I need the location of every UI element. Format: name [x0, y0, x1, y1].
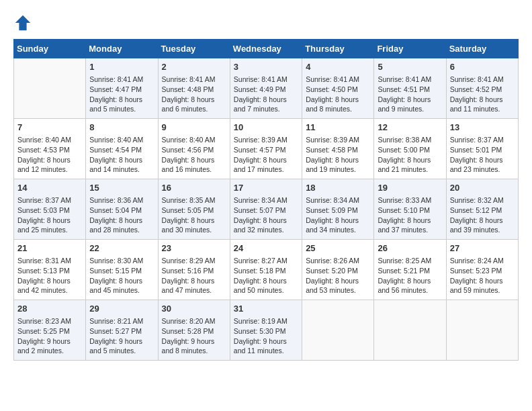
page-header	[13, 13, 519, 32]
day-number: 8	[89, 122, 154, 134]
day-info: Sunrise: 8:41 AM Sunset: 4:47 PM Dayligh…	[89, 75, 154, 114]
day-number: 22	[89, 242, 154, 255]
calendar-cell: 18Sunrise: 8:34 AM Sunset: 5:09 PM Dayli…	[302, 179, 374, 240]
calendar-cell: 31Sunrise: 8:19 AM Sunset: 5:30 PM Dayli…	[230, 300, 302, 361]
day-info: Sunrise: 8:37 AM Sunset: 5:03 PM Dayligh…	[17, 195, 82, 235]
day-info: Sunrise: 8:35 AM Sunset: 5:05 PM Dayligh…	[162, 195, 226, 235]
calendar-week-1: 1Sunrise: 8:41 AM Sunset: 4:47 PM Daylig…	[14, 58, 519, 119]
day-number: 28	[17, 303, 82, 315]
calendar-cell: 27Sunrise: 8:24 AM Sunset: 5:23 PM Dayli…	[446, 240, 518, 300]
day-header-saturday: Saturday	[446, 40, 518, 58]
day-info: Sunrise: 8:30 AM Sunset: 5:15 PM Dayligh…	[89, 256, 154, 295]
calendar-cell: 8Sunrise: 8:40 AM Sunset: 4:54 PM Daylig…	[86, 119, 158, 179]
day-number: 31	[234, 303, 298, 315]
calendar-week-5: 28Sunrise: 8:23 AM Sunset: 5:25 PM Dayli…	[14, 300, 519, 361]
calendar-cell: 4Sunrise: 8:41 AM Sunset: 4:50 PM Daylig…	[302, 58, 374, 119]
day-info: Sunrise: 8:34 AM Sunset: 5:07 PM Dayligh…	[234, 195, 298, 235]
day-number: 17	[234, 182, 298, 194]
calendar-cell: 12Sunrise: 8:38 AM Sunset: 5:00 PM Dayli…	[374, 119, 446, 179]
day-info: Sunrise: 8:39 AM Sunset: 4:57 PM Dayligh…	[234, 135, 298, 175]
calendar-cell: 15Sunrise: 8:36 AM Sunset: 5:04 PM Dayli…	[86, 179, 158, 240]
day-info: Sunrise: 8:20 AM Sunset: 5:28 PM Dayligh…	[162, 316, 226, 356]
calendar-cell: 16Sunrise: 8:35 AM Sunset: 5:05 PM Dayli…	[158, 179, 230, 240]
day-number: 21	[17, 242, 82, 255]
day-info: Sunrise: 8:41 AM Sunset: 4:49 PM Dayligh…	[234, 75, 298, 114]
day-info: Sunrise: 8:40 AM Sunset: 4:56 PM Dayligh…	[162, 135, 226, 175]
calendar-cell: 9Sunrise: 8:40 AM Sunset: 4:56 PM Daylig…	[158, 119, 230, 179]
day-info: Sunrise: 8:19 AM Sunset: 5:30 PM Dayligh…	[234, 316, 298, 356]
day-info: Sunrise: 8:31 AM Sunset: 5:13 PM Dayligh…	[17, 256, 82, 295]
calendar-cell: 30Sunrise: 8:20 AM Sunset: 5:28 PM Dayli…	[158, 300, 230, 361]
calendar-cell: 3Sunrise: 8:41 AM Sunset: 4:49 PM Daylig…	[230, 58, 302, 119]
calendar-cell: 14Sunrise: 8:37 AM Sunset: 5:03 PM Dayli…	[14, 179, 86, 240]
day-info: Sunrise: 8:24 AM Sunset: 5:23 PM Dayligh…	[450, 256, 515, 295]
calendar-cell: 11Sunrise: 8:39 AM Sunset: 4:58 PM Dayli…	[302, 119, 374, 179]
day-number: 9	[162, 122, 226, 134]
calendar-cell: 6Sunrise: 8:41 AM Sunset: 4:52 PM Daylig…	[446, 58, 518, 119]
day-number: 2	[162, 61, 226, 73]
day-number: 6	[450, 61, 515, 73]
day-number: 19	[378, 182, 442, 194]
calendar-cell: 23Sunrise: 8:29 AM Sunset: 5:16 PM Dayli…	[158, 240, 230, 300]
day-number: 15	[89, 182, 154, 194]
calendar-week-4: 21Sunrise: 8:31 AM Sunset: 5:13 PM Dayli…	[14, 240, 519, 300]
day-number: 24	[234, 242, 298, 255]
day-info: Sunrise: 8:33 AM Sunset: 5:10 PM Dayligh…	[378, 195, 442, 235]
calendar-cell: 21Sunrise: 8:31 AM Sunset: 5:13 PM Dayli…	[14, 240, 86, 300]
calendar-cell	[446, 300, 518, 361]
calendar-cell: 10Sunrise: 8:39 AM Sunset: 4:57 PM Dayli…	[230, 119, 302, 179]
day-number: 18	[306, 182, 370, 194]
logo-icon	[13, 13, 32, 32]
calendar-cell	[302, 300, 374, 361]
day-number: 29	[89, 303, 154, 315]
day-info: Sunrise: 8:40 AM Sunset: 4:53 PM Dayligh…	[17, 135, 82, 175]
day-number: 1	[89, 61, 154, 73]
day-header-sunday: Sunday	[14, 40, 86, 58]
calendar-cell: 13Sunrise: 8:37 AM Sunset: 5:01 PM Dayli…	[446, 119, 518, 179]
day-number: 4	[306, 61, 370, 73]
day-number: 13	[450, 122, 515, 134]
day-number: 3	[234, 61, 298, 73]
day-info: Sunrise: 8:41 AM Sunset: 4:52 PM Dayligh…	[450, 75, 515, 114]
calendar-cell	[14, 58, 86, 119]
calendar-cell: 1Sunrise: 8:41 AM Sunset: 4:47 PM Daylig…	[86, 58, 158, 119]
day-info: Sunrise: 8:21 AM Sunset: 5:27 PM Dayligh…	[89, 316, 154, 356]
day-info: Sunrise: 8:36 AM Sunset: 5:04 PM Dayligh…	[89, 195, 154, 235]
day-number: 7	[17, 122, 82, 134]
day-header-tuesday: Tuesday	[158, 40, 230, 58]
day-header-wednesday: Wednesday	[230, 40, 302, 58]
day-info: Sunrise: 8:39 AM Sunset: 4:58 PM Dayligh…	[306, 135, 370, 175]
logo	[13, 13, 35, 32]
day-number: 11	[306, 122, 370, 134]
day-info: Sunrise: 8:38 AM Sunset: 5:00 PM Dayligh…	[378, 135, 442, 175]
day-info: Sunrise: 8:41 AM Sunset: 4:48 PM Dayligh…	[162, 75, 226, 114]
calendar-cell: 26Sunrise: 8:25 AM Sunset: 5:21 PM Dayli…	[374, 240, 446, 300]
day-number: 25	[306, 242, 370, 255]
day-info: Sunrise: 8:23 AM Sunset: 5:25 PM Dayligh…	[17, 316, 82, 356]
day-header-monday: Monday	[86, 40, 158, 58]
day-number: 16	[162, 182, 226, 194]
day-number: 14	[17, 182, 82, 194]
day-info: Sunrise: 8:40 AM Sunset: 4:54 PM Dayligh…	[89, 135, 154, 175]
calendar-header-row: SundayMondayTuesdayWednesdayThursdayFrid…	[14, 40, 519, 58]
calendar-cell: 24Sunrise: 8:27 AM Sunset: 5:18 PM Dayli…	[230, 240, 302, 300]
day-number: 10	[234, 122, 298, 134]
day-number: 5	[378, 61, 442, 73]
day-info: Sunrise: 8:32 AM Sunset: 5:12 PM Dayligh…	[450, 195, 515, 235]
day-number: 12	[378, 122, 442, 134]
day-info: Sunrise: 8:29 AM Sunset: 5:16 PM Dayligh…	[162, 256, 226, 295]
day-number: 23	[162, 242, 226, 255]
day-number: 26	[378, 242, 442, 255]
svg-marker-0	[15, 15, 30, 30]
calendar-cell	[374, 300, 446, 361]
day-info: Sunrise: 8:26 AM Sunset: 5:20 PM Dayligh…	[306, 256, 370, 295]
calendar-cell: 7Sunrise: 8:40 AM Sunset: 4:53 PM Daylig…	[14, 119, 86, 179]
calendar-cell: 25Sunrise: 8:26 AM Sunset: 5:20 PM Dayli…	[302, 240, 374, 300]
calendar-cell: 5Sunrise: 8:41 AM Sunset: 4:51 PM Daylig…	[374, 58, 446, 119]
calendar-cell: 22Sunrise: 8:30 AM Sunset: 5:15 PM Dayli…	[86, 240, 158, 300]
day-number: 30	[162, 303, 226, 315]
calendar-cell: 20Sunrise: 8:32 AM Sunset: 5:12 PM Dayli…	[446, 179, 518, 240]
calendar-cell: 17Sunrise: 8:34 AM Sunset: 5:07 PM Dayli…	[230, 179, 302, 240]
day-info: Sunrise: 8:37 AM Sunset: 5:01 PM Dayligh…	[450, 135, 515, 175]
day-header-friday: Friday	[374, 40, 446, 58]
